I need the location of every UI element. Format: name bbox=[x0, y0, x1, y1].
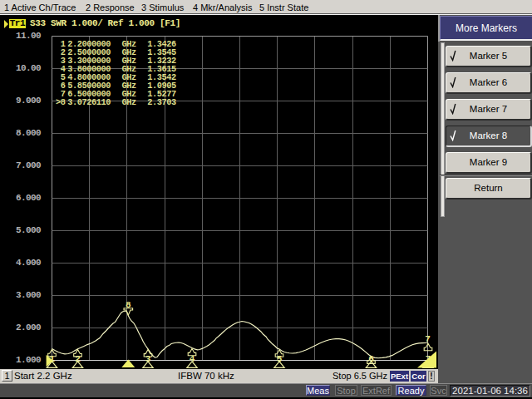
svg-text:7: 7 bbox=[425, 334, 431, 344]
svg-text:6: 6 bbox=[368, 354, 374, 364]
svg-text:2: 2 bbox=[75, 354, 81, 364]
